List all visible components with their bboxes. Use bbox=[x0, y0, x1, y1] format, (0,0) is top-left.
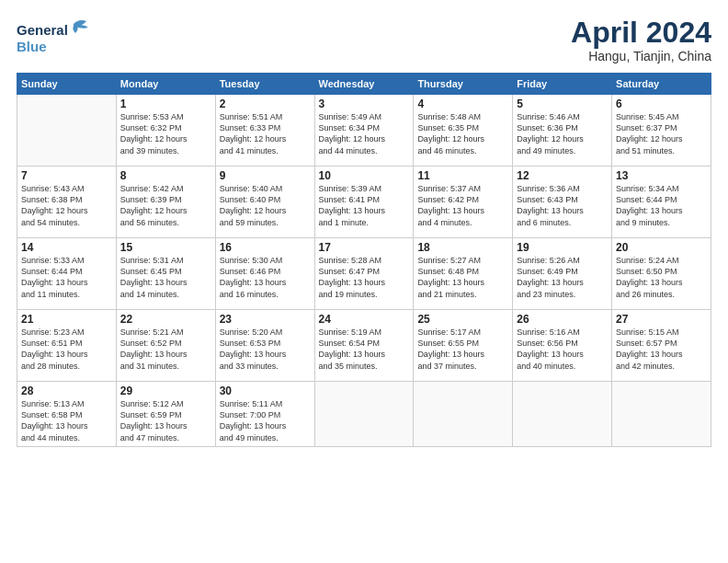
table-row: 16Sunrise: 5:30 AMSunset: 6:46 PMDayligh… bbox=[215, 238, 314, 310]
svg-text:Blue: Blue bbox=[17, 39, 47, 54]
day-number: 26 bbox=[517, 313, 608, 326]
day-info: Sunrise: 5:27 AMSunset: 6:48 PMDaylight:… bbox=[417, 255, 508, 300]
day-number: 20 bbox=[616, 241, 707, 254]
table-row: 6Sunrise: 5:45 AMSunset: 6:37 PMDaylight… bbox=[612, 95, 711, 167]
table-row: 9Sunrise: 5:40 AMSunset: 6:40 PMDaylight… bbox=[215, 167, 314, 238]
calendar-week-row: 21Sunrise: 5:23 AMSunset: 6:51 PMDayligh… bbox=[17, 310, 711, 382]
table-row: 1Sunrise: 5:53 AMSunset: 6:32 PMDaylight… bbox=[116, 95, 215, 167]
day-number: 10 bbox=[319, 169, 410, 182]
day-info: Sunrise: 5:51 AMSunset: 6:33 PMDaylight:… bbox=[220, 111, 311, 156]
day-number: 18 bbox=[417, 241, 508, 254]
table-row bbox=[612, 382, 711, 447]
day-info: Sunrise: 5:36 AMSunset: 6:43 PMDaylight:… bbox=[517, 183, 608, 228]
day-number: 30 bbox=[220, 385, 311, 397]
col-thursday: Thursday bbox=[414, 74, 513, 95]
day-info: Sunrise: 5:21 AMSunset: 6:52 PMDaylight:… bbox=[120, 327, 211, 372]
day-info: Sunrise: 5:16 AMSunset: 6:56 PMDaylight:… bbox=[517, 327, 608, 372]
day-number: 29 bbox=[120, 385, 211, 397]
logo-svg: General Blue bbox=[17, 17, 99, 57]
table-row: 10Sunrise: 5:39 AMSunset: 6:41 PMDayligh… bbox=[314, 167, 414, 238]
day-number: 2 bbox=[220, 98, 311, 110]
table-row: 24Sunrise: 5:19 AMSunset: 6:54 PMDayligh… bbox=[314, 310, 414, 382]
day-info: Sunrise: 5:31 AMSunset: 6:45 PMDaylight:… bbox=[120, 255, 211, 300]
table-row: 8Sunrise: 5:42 AMSunset: 6:39 PMDaylight… bbox=[116, 167, 215, 238]
table-row: 23Sunrise: 5:20 AMSunset: 6:53 PMDayligh… bbox=[215, 310, 314, 382]
day-number: 11 bbox=[417, 169, 508, 182]
col-monday: Monday bbox=[116, 74, 215, 95]
day-info: Sunrise: 5:45 AMSunset: 6:37 PMDaylight:… bbox=[616, 111, 707, 156]
table-row: 25Sunrise: 5:17 AMSunset: 6:55 PMDayligh… bbox=[414, 310, 513, 382]
calendar-table: Sunday Monday Tuesday Wednesday Thursday… bbox=[17, 73, 711, 447]
col-saturday: Saturday bbox=[612, 74, 711, 95]
table-row: 12Sunrise: 5:36 AMSunset: 6:43 PMDayligh… bbox=[513, 167, 612, 238]
table-row: 28Sunrise: 5:13 AMSunset: 6:58 PMDayligh… bbox=[17, 382, 117, 447]
calendar-week-row: 28Sunrise: 5:13 AMSunset: 6:58 PMDayligh… bbox=[17, 382, 711, 447]
day-number: 7 bbox=[21, 169, 112, 182]
day-number: 1 bbox=[120, 98, 211, 110]
day-number: 12 bbox=[517, 169, 608, 182]
col-tuesday: Tuesday bbox=[215, 74, 314, 95]
table-row: 5Sunrise: 5:46 AMSunset: 6:36 PMDaylight… bbox=[513, 95, 612, 167]
day-number: 23 bbox=[220, 313, 311, 326]
table-row: 21Sunrise: 5:23 AMSunset: 6:51 PMDayligh… bbox=[17, 310, 117, 382]
table-row: 20Sunrise: 5:24 AMSunset: 6:50 PMDayligh… bbox=[612, 238, 711, 310]
day-number: 5 bbox=[517, 98, 608, 110]
day-number: 27 bbox=[616, 313, 707, 326]
day-info: Sunrise: 5:34 AMSunset: 6:44 PMDaylight:… bbox=[616, 183, 707, 228]
day-number: 9 bbox=[220, 169, 311, 182]
day-info: Sunrise: 5:26 AMSunset: 6:49 PMDaylight:… bbox=[517, 255, 608, 300]
day-info: Sunrise: 5:23 AMSunset: 6:51 PMDaylight:… bbox=[21, 327, 112, 372]
table-row: 15Sunrise: 5:31 AMSunset: 6:45 PMDayligh… bbox=[116, 238, 215, 310]
day-info: Sunrise: 5:19 AMSunset: 6:54 PMDaylight:… bbox=[319, 327, 410, 372]
location: Hangu, Tianjin, China bbox=[571, 49, 711, 63]
table-row: 26Sunrise: 5:16 AMSunset: 6:56 PMDayligh… bbox=[513, 310, 612, 382]
day-number: 8 bbox=[120, 169, 211, 182]
table-row: 27Sunrise: 5:15 AMSunset: 6:57 PMDayligh… bbox=[612, 310, 711, 382]
table-row bbox=[513, 382, 612, 447]
day-number: 14 bbox=[21, 241, 112, 254]
day-number: 6 bbox=[616, 98, 707, 110]
day-info: Sunrise: 5:39 AMSunset: 6:41 PMDaylight:… bbox=[319, 183, 410, 228]
table-row: 3Sunrise: 5:49 AMSunset: 6:34 PMDaylight… bbox=[314, 95, 414, 167]
page: General Blue April 2024 Hangu, Tianjin, … bbox=[0, 0, 728, 563]
header: General Blue April 2024 Hangu, Tianjin, … bbox=[17, 17, 711, 63]
table-row: 14Sunrise: 5:33 AMSunset: 6:44 PMDayligh… bbox=[17, 238, 117, 310]
day-info: Sunrise: 5:48 AMSunset: 6:35 PMDaylight:… bbox=[417, 111, 508, 156]
table-row: 13Sunrise: 5:34 AMSunset: 6:44 PMDayligh… bbox=[612, 167, 711, 238]
day-info: Sunrise: 5:24 AMSunset: 6:50 PMDaylight:… bbox=[616, 255, 707, 300]
day-info: Sunrise: 5:53 AMSunset: 6:32 PMDaylight:… bbox=[120, 111, 211, 156]
table-row: 29Sunrise: 5:12 AMSunset: 6:59 PMDayligh… bbox=[116, 382, 215, 447]
table-row bbox=[414, 382, 513, 447]
table-row: 4Sunrise: 5:48 AMSunset: 6:35 PMDaylight… bbox=[414, 95, 513, 167]
day-info: Sunrise: 5:15 AMSunset: 6:57 PMDaylight:… bbox=[616, 327, 707, 372]
table-row: 19Sunrise: 5:26 AMSunset: 6:49 PMDayligh… bbox=[513, 238, 612, 310]
day-number: 15 bbox=[120, 241, 211, 254]
day-number: 22 bbox=[120, 313, 211, 326]
day-info: Sunrise: 5:20 AMSunset: 6:53 PMDaylight:… bbox=[220, 327, 311, 372]
day-info: Sunrise: 5:28 AMSunset: 6:47 PMDaylight:… bbox=[319, 255, 410, 300]
day-info: Sunrise: 5:46 AMSunset: 6:36 PMDaylight:… bbox=[517, 111, 608, 156]
day-number: 13 bbox=[616, 169, 707, 182]
day-info: Sunrise: 5:42 AMSunset: 6:39 PMDaylight:… bbox=[120, 183, 211, 228]
day-number: 3 bbox=[319, 98, 410, 110]
calendar-week-row: 1Sunrise: 5:53 AMSunset: 6:32 PMDaylight… bbox=[17, 95, 711, 167]
table-row: 22Sunrise: 5:21 AMSunset: 6:52 PMDayligh… bbox=[116, 310, 215, 382]
day-info: Sunrise: 5:17 AMSunset: 6:55 PMDaylight:… bbox=[417, 327, 508, 372]
day-number: 24 bbox=[319, 313, 410, 326]
table-row: 7Sunrise: 5:43 AMSunset: 6:38 PMDaylight… bbox=[17, 167, 117, 238]
col-sunday: Sunday bbox=[17, 74, 117, 95]
day-info: Sunrise: 5:40 AMSunset: 6:40 PMDaylight:… bbox=[220, 183, 311, 228]
day-info: Sunrise: 5:33 AMSunset: 6:44 PMDaylight:… bbox=[21, 255, 112, 300]
calendar-week-row: 7Sunrise: 5:43 AMSunset: 6:38 PMDaylight… bbox=[17, 167, 711, 238]
table-row: 2Sunrise: 5:51 AMSunset: 6:33 PMDaylight… bbox=[215, 95, 314, 167]
day-info: Sunrise: 5:37 AMSunset: 6:42 PMDaylight:… bbox=[417, 183, 508, 228]
day-number: 21 bbox=[21, 313, 112, 326]
month-title: April 2024 bbox=[571, 17, 711, 49]
logo: General Blue bbox=[17, 17, 99, 57]
col-wednesday: Wednesday bbox=[314, 74, 414, 95]
day-info: Sunrise: 5:49 AMSunset: 6:34 PMDaylight:… bbox=[319, 111, 410, 156]
day-number: 16 bbox=[220, 241, 311, 254]
table-row bbox=[17, 95, 117, 167]
day-number: 19 bbox=[517, 241, 608, 254]
day-info: Sunrise: 5:12 AMSunset: 6:59 PMDaylight:… bbox=[120, 398, 211, 443]
